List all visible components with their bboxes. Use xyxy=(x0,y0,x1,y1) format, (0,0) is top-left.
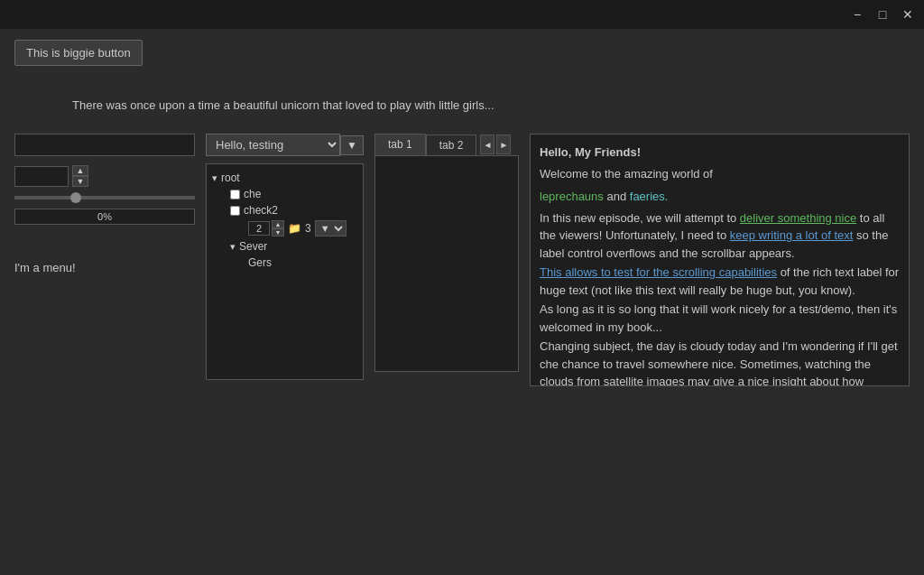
mini-spinner: ▲ ▼ xyxy=(248,220,284,236)
tree-check2-label: check2 xyxy=(244,204,278,217)
minimize-button[interactable]: − xyxy=(845,5,870,24)
rich-link1[interactable]: deliver something nice xyxy=(740,211,856,225)
spinner-input[interactable]: 0 xyxy=(14,166,69,187)
rich-title: Hello, My Friends! xyxy=(540,144,900,162)
rich-link2[interactable]: keep writing a lot of text xyxy=(730,228,854,242)
tree-che-checkbox[interactable] xyxy=(230,190,240,199)
rich-para-leprechauns: leprechauns and faeries. xyxy=(540,188,900,206)
tree-sever-label: Sever xyxy=(239,240,267,253)
mini-spinner-input[interactable] xyxy=(248,221,270,236)
tree-item-sever[interactable]: ▾ Sever xyxy=(230,238,357,255)
tab-prev-button[interactable]: ◄ xyxy=(480,134,494,154)
rich-word-and: and xyxy=(606,190,629,203)
spinner-buttons: ▲ ▼ xyxy=(72,165,88,187)
main-content: This is biggie button There was once upo… xyxy=(0,29,924,575)
mini-spinner-buttons: ▲ ▼ xyxy=(272,220,284,236)
rich-para3: As long as it is so long that it will wo… xyxy=(540,301,900,336)
rich-para4: Changing subject, the day is cloudy toda… xyxy=(540,338,900,386)
rich-word-leprechauns: leprechauns xyxy=(540,190,604,203)
rich-text-panel: Hello, My Friends! Welcome to the amazin… xyxy=(530,134,910,386)
layout-row: 0 ▲ ▼ 0% I'm a menu! Hello, testing xyxy=(14,134,910,386)
tree-item-gers[interactable]: Gers xyxy=(230,255,357,271)
tree-root-label: root xyxy=(221,172,240,184)
tree-root-item[interactable]: ▾ root xyxy=(212,170,357,186)
tab2-button[interactable]: tab 2 xyxy=(426,134,477,155)
spinner-down-button[interactable]: ▼ xyxy=(72,176,88,187)
tab-header: tab 1 tab 2 ◄ ► xyxy=(374,134,519,155)
menu-label[interactable]: I'm a menu! xyxy=(14,261,195,274)
slider-input[interactable] xyxy=(14,196,195,199)
tree-root-arrow: ▾ xyxy=(212,172,217,184)
tree-gers-label: Gers xyxy=(248,256,272,269)
tab-nav-buttons: ◄ ► xyxy=(480,134,511,154)
folder-icon: 📁 xyxy=(288,222,301,235)
tree-children: che check2 ▲ ▼ xyxy=(212,186,357,271)
tree-panel: ▾ root che check2 xyxy=(206,163,364,380)
dropdown-row: Hello, testing ▼ xyxy=(206,134,364,156)
tab-content xyxy=(374,155,519,372)
tree-inline-row: ▲ ▼ 📁 3 ▼ xyxy=(230,218,357,238)
text-input[interactable] xyxy=(14,134,195,156)
rich-para1: In this new episode, we will attempt to … xyxy=(540,209,900,263)
tab-panel: tab 1 tab 2 ◄ ► xyxy=(374,134,519,386)
progress-bar-label: 0% xyxy=(15,209,194,224)
dropdown-arrow-button[interactable]: ▼ xyxy=(340,135,364,155)
slider-row xyxy=(14,196,195,199)
titlebar: − □ ✕ xyxy=(0,0,924,29)
tab-next-button[interactable]: ► xyxy=(496,134,511,154)
tree-check2-checkbox[interactable] xyxy=(230,206,240,216)
tree-item-che[interactable]: che xyxy=(230,186,357,202)
tab1-button[interactable]: tab 1 xyxy=(374,134,426,155)
progress-bar: 0% xyxy=(14,209,195,225)
tree-sever-arrow: ▾ xyxy=(230,241,236,253)
tree-che-label: che xyxy=(244,188,261,200)
left-panel: 0 ▲ ▼ 0% I'm a menu! xyxy=(14,134,195,386)
rich-word-faeries: faeries. xyxy=(630,190,669,203)
story-text: There was once upon a time a beautiful u… xyxy=(72,98,910,112)
rich-para-scroll: This allows to test for the scrolling ca… xyxy=(540,264,900,299)
mini-select[interactable]: ▼ xyxy=(315,220,346,236)
mini-spin-up[interactable]: ▲ xyxy=(272,220,284,228)
dropdown-select[interactable]: Hello, testing xyxy=(206,134,340,156)
rich-subtitle: Welcome to the amazing world of xyxy=(540,165,900,183)
rich-para1-text: In this new episode, we will attempt to xyxy=(540,211,736,225)
middle-panel: Hello, testing ▼ ▾ root che xyxy=(206,134,364,386)
biggie-button[interactable]: This is biggie button xyxy=(14,40,143,66)
mini-spin-down[interactable]: ▼ xyxy=(272,228,284,236)
rich-scroll-link[interactable]: This allows to test for the scrolling ca… xyxy=(540,265,777,279)
tree-item-check2[interactable]: check2 xyxy=(230,202,357,218)
close-button[interactable]: ✕ xyxy=(895,5,920,24)
spinner-row: 0 ▲ ▼ xyxy=(14,165,195,187)
tree-number3: 3 xyxy=(305,222,311,235)
spinner-up-button[interactable]: ▲ xyxy=(72,165,88,176)
maximize-button[interactable]: □ xyxy=(870,5,895,24)
